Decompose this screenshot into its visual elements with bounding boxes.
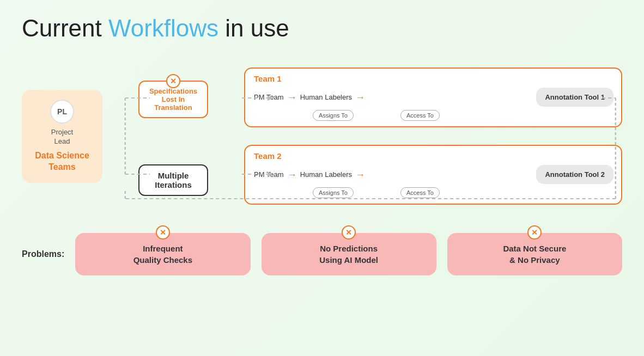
team-2-box: Team 2 PM Team → Human Labelers → Annota… (244, 145, 622, 205)
problem-card-2: ✕ No Predictions Using AI Model (262, 233, 436, 275)
problem-card-3: ✕ Data Not Secure & No Privacy (447, 233, 622, 275)
problem-2-x-badge: ✕ (342, 225, 356, 240)
teams-column: Team 1 PM Team → Human Labelers → Annota… (244, 54, 622, 218)
team-1-arrow2: → (355, 93, 365, 102)
team-2-title: Team 2 (254, 151, 613, 161)
title-prefix: Current (22, 15, 108, 41)
page-container: Current Workflows in use PL (0, 0, 644, 356)
project-lead-label: ProjectLead (51, 128, 73, 146)
team-2-flow: PM Team → Human Labelers → Annotation To… (254, 165, 613, 184)
title-highlight: Workflows (108, 15, 218, 41)
team-1-box: Team 1 PM Team → Human Labelers → Annota… (244, 67, 622, 127)
team-1-badge1: Assigns To (313, 110, 354, 121)
team-2-arrow1: → (287, 170, 297, 180)
project-lead-box: PL ProjectLead Data Science Teams (22, 90, 102, 183)
problems-label: Problems: (22, 249, 64, 259)
team-1-flow: PM Team → Human Labelers → Annotation To… (254, 88, 613, 107)
team-1-arrow1: → (287, 93, 297, 102)
team-1-node1: PM Team (254, 93, 284, 101)
team-2-badge2: Access To (400, 187, 440, 198)
team-1-node2: Human Labelers (300, 93, 352, 101)
team-2-arrow2: → (355, 170, 365, 180)
problem-1-x-badge: ✕ (156, 225, 170, 240)
page-title: Current Workflows in use (22, 15, 622, 41)
team-1-badge2: Access To (400, 110, 440, 121)
specs-lost-box: ✕ Specifications Lost In Translation (138, 81, 208, 118)
specs-text: Specifications Lost In Translation (147, 87, 199, 112)
problem-card-1: ✕ Infrequent Quality Checks (75, 233, 250, 275)
team-2-node1: PM Team (254, 170, 284, 179)
team-1-title: Team 1 (254, 74, 613, 83)
problems-section: Problems: ✕ Infrequent Quality Checks ✕ … (22, 233, 622, 275)
title-suffix: in use (218, 15, 289, 41)
team-2-badge1: Assigns To (313, 187, 354, 198)
team-1-tool: Annotation Tool 1 (536, 88, 613, 107)
specs-iterations-column: ✕ Specifications Lost In Translation Mul… (130, 54, 217, 218)
team-2-tool: Annotation Tool 2 (536, 165, 613, 184)
team-2-node2: Human Labelers (300, 170, 352, 179)
iterations-box: Multiple Iterations (138, 164, 208, 196)
workflow-diagram: PL ProjectLead Data Science Teams ✕ Spec… (22, 54, 622, 218)
problem-3-x-badge: ✕ (527, 225, 542, 240)
data-science-label: Data Science Teams (33, 150, 92, 173)
specs-x-badge: ✕ (166, 74, 180, 88)
avatar: PL (50, 100, 74, 124)
